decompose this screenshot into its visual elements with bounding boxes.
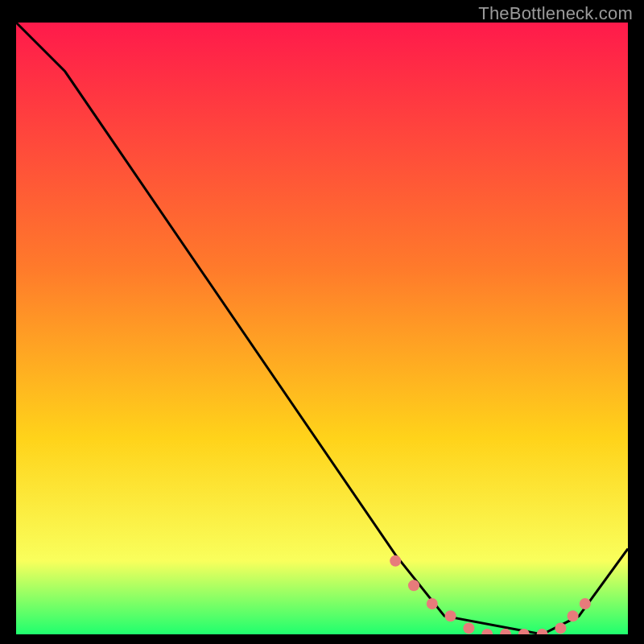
gradient-background <box>16 23 628 634</box>
optimal-dot <box>568 610 579 621</box>
attribution-text: TheBottleneck.com <box>478 3 633 24</box>
optimal-dot <box>463 622 474 634</box>
optimal-dot <box>427 598 438 609</box>
optimal-dot <box>390 555 401 567</box>
optimal-dot <box>408 580 419 591</box>
chart-svg <box>16 23 628 634</box>
bottleneck-chart <box>16 23 628 634</box>
optimal-dot <box>580 598 591 609</box>
optimal-dot <box>555 622 566 634</box>
optimal-dot <box>445 610 456 621</box>
chart-stage: TheBottleneck.com <box>0 0 644 644</box>
